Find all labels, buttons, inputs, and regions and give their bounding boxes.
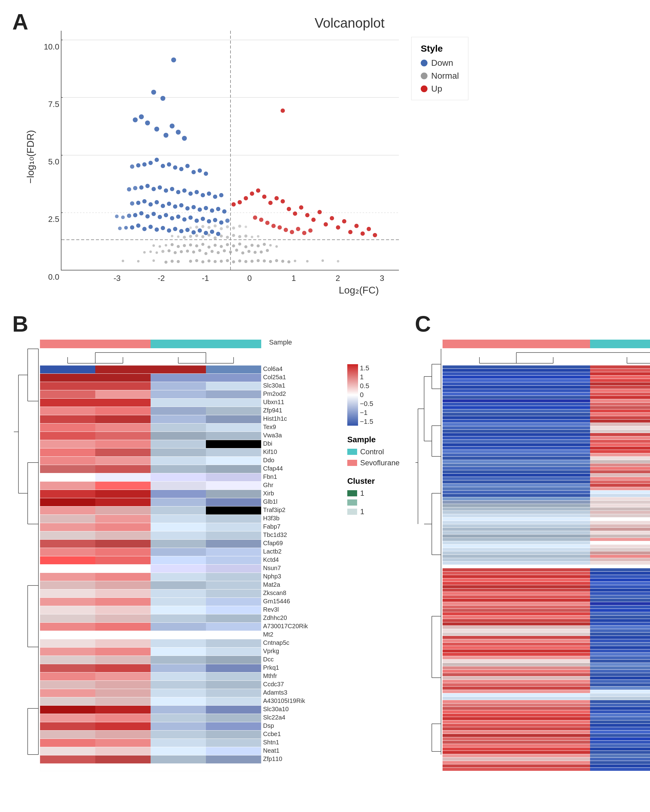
svg-point-170: [201, 193, 205, 197]
svg-point-177: [142, 199, 146, 203]
svg-rect-391: [206, 623, 261, 631]
svg-rect-539: [590, 447, 650, 450]
svg-rect-688: [442, 704, 590, 707]
svg-rect-303: [206, 440, 261, 448]
x-tick-2: 2: [330, 273, 345, 283]
svg-rect-653: [590, 643, 650, 646]
svg-rect-550: [442, 467, 590, 470]
gene-label: Xirb: [263, 489, 308, 498]
svg-rect-294: [151, 424, 206, 432]
svg-rect-509: [590, 396, 650, 399]
svg-point-140: [154, 127, 159, 131]
svg-rect-443: [206, 731, 261, 739]
svg-point-155: [198, 168, 202, 173]
svg-rect-501: [590, 382, 650, 385]
svg-rect-581: [590, 517, 650, 520]
svg-point-164: [164, 188, 168, 193]
svg-rect-640: [442, 622, 590, 626]
svg-rect-518: [442, 413, 590, 416]
svg-point-55: [195, 244, 198, 247]
svg-rect-511: [590, 399, 650, 402]
svg-rect-535: [590, 440, 650, 443]
svg-rect-367: [206, 573, 261, 581]
svg-rect-722: [442, 761, 590, 764]
svg-rect-642: [442, 626, 590, 629]
svg-point-97: [195, 226, 198, 229]
svg-point-48: [168, 249, 171, 252]
svg-point-87: [177, 235, 180, 238]
scale-val: 1: [360, 373, 373, 381]
svg-point-75: [275, 245, 278, 248]
svg-point-138: [160, 96, 165, 101]
svg-rect-637: [590, 616, 650, 619]
svg-rect-520: [442, 416, 590, 419]
svg-point-111: [311, 218, 316, 222]
svg-rect-597: [590, 545, 650, 548]
svg-rect-350: [151, 540, 206, 548]
gene-label: Prkq1: [263, 664, 308, 672]
svg-rect-372: [40, 589, 95, 597]
x-tick-1: 1: [286, 273, 302, 283]
svg-rect-434: [151, 714, 206, 722]
svg-point-80: [226, 236, 229, 239]
svg-rect-322: [151, 482, 206, 490]
svg-rect-355: [206, 548, 261, 556]
svg-rect-683: [590, 693, 650, 696]
svg-rect-564: [442, 490, 590, 494]
svg-point-159: [130, 165, 134, 169]
svg-point-162: [151, 187, 156, 191]
svg-point-49: [260, 250, 263, 253]
svg-rect-510: [442, 399, 590, 402]
svg-rect-324: [40, 490, 95, 498]
svg-rect-672: [442, 676, 590, 679]
scale-val: −1: [360, 409, 373, 417]
svg-point-139: [145, 121, 150, 125]
svg-rect-562: [442, 487, 590, 490]
svg-point-128: [272, 224, 276, 228]
svg-rect-573: [590, 504, 650, 507]
svg-rect-281: [95, 398, 151, 407]
svg-point-106: [281, 199, 285, 203]
svg-rect-601: [590, 551, 650, 554]
svg-rect-555: [590, 474, 650, 477]
svg-rect-599: [590, 548, 650, 551]
svg-rect-314: [151, 465, 206, 473]
svg-rect-665: [590, 663, 650, 666]
svg-point-58: [214, 244, 217, 247]
gene-label: Cfap69: [263, 539, 308, 547]
svg-point-109: [299, 205, 303, 210]
svg-rect-448: [40, 747, 95, 755]
svg-point-71: [165, 244, 167, 246]
svg-rect-390: [151, 623, 206, 631]
svg-point-132: [296, 227, 300, 231]
svg-rect-378: [151, 598, 206, 606]
gene-label: Dbi: [263, 440, 308, 448]
svg-rect-726: [442, 768, 590, 771]
svg-rect-602: [442, 555, 590, 558]
svg-point-137: [151, 90, 156, 95]
svg-point-69: [256, 244, 260, 247]
svg-point-192: [133, 213, 137, 217]
svg-rect-668: [442, 670, 590, 673]
svg-point-104: [268, 201, 273, 205]
svg-rect-394: [151, 631, 206, 639]
svg-rect-513: [590, 403, 650, 406]
svg-rect-582: [442, 521, 590, 524]
svg-rect-389: [95, 623, 151, 631]
svg-point-19: [177, 260, 180, 263]
svg-point-131: [290, 230, 294, 234]
svg-rect-670: [442, 673, 590, 676]
gene-label: Slc30a1: [263, 382, 308, 390]
svg-point-42: [241, 252, 244, 255]
svg-rect-584: [442, 524, 590, 527]
svg-rect-499: [590, 379, 650, 382]
gene-label: Dsp: [263, 722, 308, 730]
svg-rect-402: [151, 647, 206, 656]
svg-point-152: [179, 167, 183, 171]
svg-rect-725: [590, 765, 650, 768]
svg-point-112: [317, 210, 322, 214]
svg-point-21: [165, 261, 168, 264]
svg-point-187: [204, 206, 208, 210]
svg-rect-317: [95, 473, 151, 481]
svg-rect-265: [95, 365, 151, 373]
